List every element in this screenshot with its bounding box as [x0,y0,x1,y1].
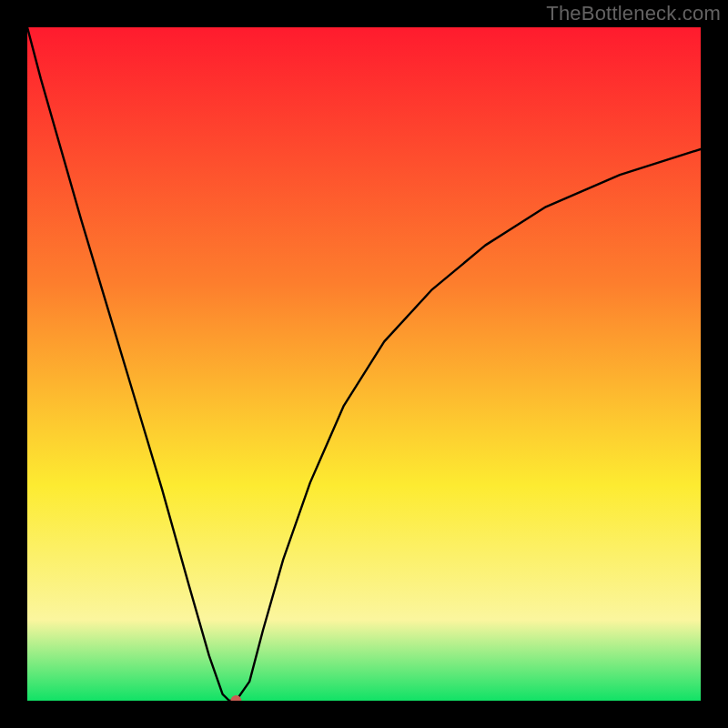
plot-area [27,27,701,701]
plot-svg [27,27,701,701]
watermark-text: TheBottleneck.com [546,2,721,25]
chart-frame: TheBottleneck.com [0,0,728,728]
gradient-background [27,27,701,701]
